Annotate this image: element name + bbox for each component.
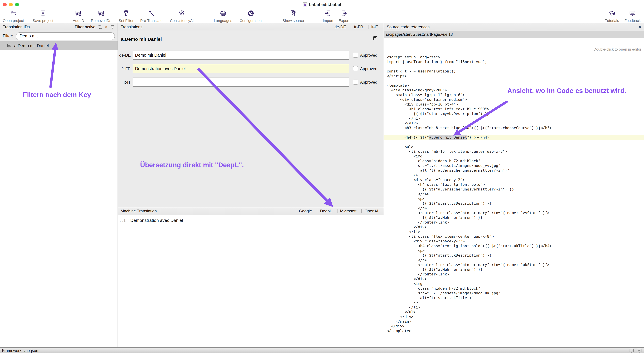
import-button[interactable]: Import bbox=[323, 10, 333, 23]
filter-funnel-icon[interactable] bbox=[110, 25, 115, 29]
code-line bbox=[384, 79, 644, 83]
source-reference-path: src/pages/start/GuestStartPage.vue:18 bbox=[386, 32, 453, 37]
title-bar: b babel-edit.babel bbox=[0, 0, 644, 10]
code-line: import { useTranslation } from "i18next-… bbox=[384, 60, 644, 64]
configuration-button[interactable]: Configuration bbox=[240, 10, 262, 23]
code-line: /> bbox=[384, 173, 644, 178]
refresh-icon[interactable] bbox=[98, 25, 102, 29]
code-line: <router-link class="btn-primary" :to="{ … bbox=[384, 211, 644, 215]
show-source-button[interactable]: Show source bbox=[282, 10, 304, 23]
open-in-editor-hint: Double-click to open in editor bbox=[594, 47, 641, 51]
code-line: <div class="pb-10 pt-4"> bbox=[384, 102, 644, 107]
window-controls bbox=[3, 3, 19, 7]
code-line: src="../../assets/images/mood_uk.jpg" bbox=[384, 291, 644, 296]
code-line: <div class="space-y-2"> bbox=[384, 239, 644, 244]
notes-icon[interactable] bbox=[372, 36, 378, 41]
translations-panel: Translations de-DEfr-FRit-IT a.Demo mit … bbox=[118, 23, 384, 347]
window-title: b babel-edit.babel bbox=[303, 2, 341, 7]
feedback-button[interactable]: Feedback bbox=[624, 10, 641, 23]
approved-checkbox-fr[interactable] bbox=[353, 66, 358, 71]
code-line: <script setup lang="ts"> bbox=[384, 55, 644, 60]
shortcut-badge: ⌘1 bbox=[120, 218, 126, 223]
language-label: de-DE bbox=[118, 53, 131, 58]
language-tabs: de-DEfr-FRit-IT bbox=[332, 25, 381, 29]
code-line: {{ $t("start.ukDescription") }} bbox=[384, 253, 644, 258]
filter-row: Filter: bbox=[0, 31, 118, 42]
tutorials-button[interactable]: Tutorials bbox=[605, 10, 619, 23]
code-line: <li class="flex items-center gap-x-8"> bbox=[384, 234, 644, 239]
translation-id-list-item[interactable]: a.Demo mit Daniel bbox=[0, 42, 118, 50]
add-id-button[interactable]: Add ID bbox=[73, 10, 84, 23]
set-filter-button[interactable]: Set Filter bbox=[119, 10, 134, 23]
translation-input-fr[interactable] bbox=[133, 64, 349, 73]
tab-OpenAI[interactable]: OpenAI bbox=[362, 209, 381, 213]
code-line bbox=[384, 140, 644, 145]
code-line bbox=[384, 131, 644, 135]
open-project-button[interactable]: Open project bbox=[3, 10, 24, 23]
translations-content: a.Demo mit Daniel de-DE Approved fr-FR A… bbox=[118, 31, 384, 207]
machine-translation-content: ⌘1 Démonstration avec Daniel bbox=[118, 215, 384, 347]
tab-de-DE[interactable]: de-DE bbox=[332, 25, 348, 29]
panel-title: Translation IDs bbox=[3, 25, 30, 29]
code-line bbox=[384, 64, 644, 69]
tab-Microsoft[interactable]: Microsoft bbox=[337, 209, 359, 213]
pre-translate-button[interactable]: Pre-Translate bbox=[140, 10, 162, 23]
filter-input[interactable] bbox=[16, 32, 115, 40]
brain-check-icon bbox=[178, 10, 185, 18]
code-line: </h4> bbox=[384, 192, 644, 197]
filter-label: Filter: bbox=[3, 34, 13, 39]
panel-title: Machine Translation bbox=[120, 209, 157, 213]
tab-fr-FR[interactable]: fr-FR bbox=[351, 25, 366, 29]
approved-checkbox-it[interactable] bbox=[353, 80, 358, 85]
provider-tabs: GoogleDeepLMicrosoftOpenAI bbox=[296, 209, 381, 213]
save-project-button[interactable]: Save project bbox=[33, 10, 53, 23]
tab-Google[interactable]: Google bbox=[296, 209, 314, 213]
code-line: <template> bbox=[384, 83, 644, 88]
code-line: <ul> bbox=[384, 145, 644, 149]
code-line: <router-link class="btn-primary" :to="{ … bbox=[384, 263, 644, 267]
graduation-cap-icon bbox=[608, 10, 616, 18]
code-line: </li> bbox=[384, 230, 644, 234]
approved-label: Approved bbox=[360, 66, 378, 71]
source-reference-item[interactable]: src/pages/start/GuestStartPage.vue:18 bbox=[384, 31, 644, 38]
news-bubble-icon[interactable] bbox=[628, 348, 634, 353]
translation-input-de[interactable] bbox=[133, 51, 349, 60]
code-line: <img bbox=[384, 154, 644, 159]
remove-ids-button[interactable]: Remove IDs bbox=[91, 10, 111, 23]
translation-bubble-icon bbox=[7, 43, 12, 48]
clear-filter-icon[interactable]: × bbox=[105, 24, 108, 29]
code-line: class="hidden h-72 md:block" bbox=[384, 159, 644, 164]
code-line: </div> bbox=[384, 225, 644, 230]
reference-list-area: Double-click to open in editor bbox=[384, 38, 644, 53]
code-line: :alt="t('start.ukTitle')" bbox=[384, 296, 644, 300]
close-icon[interactable]: × bbox=[638, 24, 641, 29]
close-window-button[interactable] bbox=[3, 3, 7, 7]
panel-title: Source code references bbox=[387, 25, 430, 29]
gear-icon bbox=[247, 10, 254, 18]
code-line: <h4 class="text-lg font-bold">{{ $t("sta… bbox=[384, 244, 644, 248]
code-line: <p> bbox=[384, 197, 644, 201]
approved-label: Approved bbox=[360, 80, 378, 85]
zoom-window-button[interactable] bbox=[15, 3, 19, 7]
approved-checkbox-de[interactable] bbox=[353, 53, 358, 58]
machine-translation-result[interactable]: ⌘1 Démonstration avec Daniel bbox=[120, 218, 183, 223]
tab-DeepL[interactable]: DeepL bbox=[317, 209, 335, 213]
code-line: </h1> bbox=[384, 116, 644, 121]
code-line: <div class="container-medium"> bbox=[384, 97, 644, 102]
translation-input-it[interactable] bbox=[133, 78, 349, 87]
funnel-icon bbox=[122, 10, 130, 18]
minimize-window-button[interactable] bbox=[9, 3, 13, 7]
code-line: </main> bbox=[384, 319, 644, 324]
export-button[interactable]: Export bbox=[339, 10, 350, 23]
rate-star-bubble-icon[interactable] bbox=[636, 348, 642, 353]
consistency-ai-button[interactable]: ConsistencyAI bbox=[170, 10, 194, 23]
tab-it-IT[interactable]: it-IT bbox=[368, 25, 381, 29]
source-code-view[interactable]: <script setup lang="ts">import { useTran… bbox=[384, 53, 644, 347]
translation-row-fr: fr-FR Approved bbox=[118, 64, 384, 73]
code-line: </p> bbox=[384, 206, 644, 211]
code-line: </div> bbox=[384, 314, 644, 319]
translation-row-de: de-DE Approved bbox=[118, 51, 384, 60]
document-icon: b bbox=[303, 2, 307, 7]
magic-wand-icon bbox=[148, 10, 155, 18]
languages-button[interactable]: Languages bbox=[214, 10, 232, 23]
